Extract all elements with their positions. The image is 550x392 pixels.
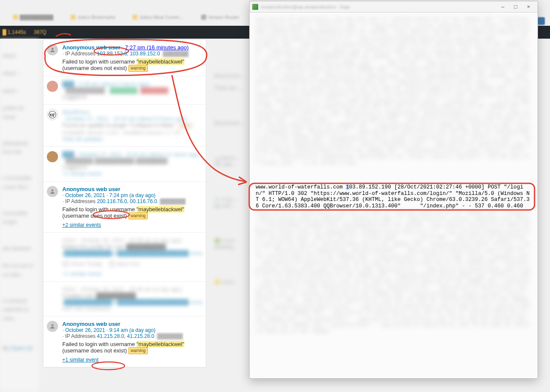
- username-highlight: "maybelleblackwel": [137, 341, 184, 347]
- anonymous-avatar-icon: [47, 44, 58, 55]
- feed-date[interactable]: · October 26, 2021 · 7:24 pm (a day ago): [62, 192, 156, 198]
- user-avatar-icon: [47, 81, 58, 92]
- warning-tag: warning: [128, 347, 148, 354]
- svg-point-3: [52, 324, 54, 326]
- similar-events-link[interactable]: +2 similar events: [62, 222, 101, 228]
- warning-tag: warning: [128, 213, 148, 219]
- warning-tag: warning: [128, 65, 148, 72]
- log-window-title: wowproduction@wp.wowproduction · /logs: [261, 4, 350, 9]
- username-highlight: "maybelleblackwel": [137, 58, 184, 65]
- ip-link[interactable]: 103.89.152.0: [97, 51, 127, 57]
- feed-user: Anonymous web user: [62, 44, 120, 51]
- spam-link[interactable]: Spam (4): [11, 345, 32, 351]
- feed-time[interactable]: 7:27 pm (16 minutes ago): [125, 44, 189, 51]
- feed-item-blurred: ███ · October 27, 2021 · 8:18 am (about …: [43, 147, 206, 182]
- feed-date[interactable]: · October 26, 2021 · 9:14 am (a day ago): [62, 327, 156, 333]
- wordpress-avatar-icon: [47, 109, 58, 120]
- svg-point-0: [52, 48, 54, 50]
- similar-events-link[interactable]: +1 similar event: [62, 357, 98, 363]
- anonymous-avatar-icon: [47, 321, 58, 332]
- right-summary-column: WooComm…There are … WooComm… 📊 $10.0…net…: [214, 73, 249, 314]
- ip-link-2[interactable]: 00.116.76.0: [130, 198, 157, 204]
- log-body[interactable]: www.world-of-waterfalls.com 98.176.167.1…: [250, 12, 538, 378]
- log-window: wowproduction@wp.wowproduction · /logs –…: [249, 1, 538, 379]
- feed-item-blurred: Other · October 26, 2021 · 10:46 am (a d…: [43, 282, 206, 316]
- feed-item-blurred: ███ · 5:38 pm (about 2 hours ago) · ████…: [43, 76, 206, 105]
- top-right-icons: [537, 17, 545, 25]
- ip-link[interactable]: 41.215.28.0: [97, 333, 124, 339]
- log-ip-selection: 1: [346, 184, 349, 190]
- feed-item-blurred: Other · October 26, 2021 · 10:46 am (a d…: [43, 233, 206, 282]
- username-highlight: "maybelleblackwel": [137, 206, 184, 213]
- window-min-button[interactable]: –: [496, 3, 509, 10]
- feed-item: Anonymous web user · October 26, 2021 · …: [43, 182, 206, 233]
- window-close-button[interactable]: ×: [522, 3, 535, 10]
- feed-item: Anonymous web user · 7:27 pm (16 minutes…: [43, 40, 206, 76]
- feed-user: Anonymous web user: [62, 186, 120, 192]
- svg-point-2: [52, 189, 54, 191]
- anonymous-avatar-icon: [47, 186, 58, 197]
- activity-feed: Anonymous web user · 7:27 pm (16 minutes…: [43, 40, 206, 368]
- user-avatar-icon: [47, 151, 58, 162]
- log-line-highlighted: www.world-of-waterfalls.com 103.89.152.1…: [256, 184, 532, 209]
- ip-link[interactable]: 200.116.76.0: [97, 198, 127, 204]
- ip-link-2[interactable]: 103.89.152.0: [130, 51, 160, 57]
- ip-link-2[interactable]: 41.215.28.0: [127, 333, 154, 339]
- feed-user: Anonymous web user: [62, 321, 120, 327]
- feed-item-blurred: WordPress· October 27, 2021 · 10:15 am (…: [43, 105, 206, 147]
- feed-item: Anonymous web user · October 26, 2021 · …: [43, 316, 206, 367]
- log-window-titlebar[interactable]: wowproduction@wp.wowproduction · /logs –…: [250, 1, 538, 12]
- terminal-favicon-icon: [252, 4, 258, 10]
- left-sidebar: eland eland – eland – g filter formmer y…: [0, 39, 39, 391]
- window-max-button[interactable]: □: [509, 3, 522, 10]
